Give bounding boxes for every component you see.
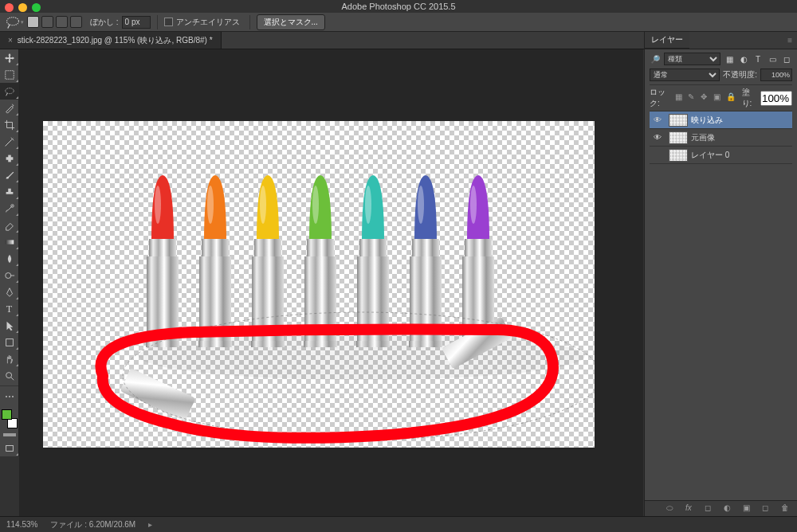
- layer-name[interactable]: 元画像: [691, 132, 792, 143]
- lock-all-icon[interactable]: 🔒: [726, 92, 736, 104]
- layer-filter-kind[interactable]: 種類: [664, 53, 720, 65]
- layer-row[interactable]: 👁 映り込み: [650, 111, 792, 129]
- layer-thumbnail[interactable]: [669, 149, 688, 162]
- stamp-tool[interactable]: [0, 183, 19, 200]
- pen-tool[interactable]: [0, 284, 19, 300]
- svg-point-25: [312, 186, 319, 224]
- lasso-icon: [5, 14, 21, 30]
- filter-adjust-icon[interactable]: ◐: [738, 53, 749, 65]
- canvas-area: [19, 49, 643, 516]
- crop-tool[interactable]: [0, 116, 19, 133]
- filter-shape-icon[interactable]: ▭: [767, 53, 778, 65]
- svg-rect-20: [198, 341, 232, 347]
- select-and-mask-button[interactable]: 選択とマスク...: [257, 14, 325, 30]
- layer-row[interactable]: レイヤー 0: [650, 147, 792, 164]
- svg-point-33: [418, 186, 424, 224]
- close-window[interactable]: [5, 3, 14, 12]
- foreground-color[interactable]: [2, 409, 12, 420]
- path-select-tool[interactable]: [0, 317, 19, 334]
- svg-rect-16: [146, 341, 179, 347]
- panels: レイヤー ≡ 🔎 種類 ▦ ◐ T ▭ ◻ 通常 不透明度: ロック: ▦ ✎ …: [644, 32, 797, 516]
- selection-intersect[interactable]: [70, 16, 82, 28]
- layer-thumbnail[interactable]: [669, 131, 688, 144]
- zoom-readout[interactable]: 114.53%: [6, 520, 37, 529]
- trash-icon[interactable]: 🗑: [781, 503, 792, 514]
- visibility-toggle[interactable]: 👁: [650, 133, 665, 142]
- filter-pixel-icon[interactable]: ▦: [724, 53, 735, 65]
- magic-wand-tool[interactable]: [0, 100, 19, 116]
- lock-pos-icon[interactable]: ✥: [701, 92, 710, 104]
- opacity-input[interactable]: [760, 68, 792, 81]
- svg-rect-22: [254, 239, 281, 258]
- lasso-tool[interactable]: [0, 83, 19, 100]
- brush-tool[interactable]: [0, 166, 19, 183]
- quick-mask-toggle[interactable]: [0, 430, 18, 440]
- layers-panel-body: 🔎 種類 ▦ ◐ T ▭ ◻ 通常 不透明度: ロック: ▦ ✎ ✥ ▣ 🔒 塗…: [645, 49, 797, 167]
- antialias-checkbox[interactable]: [164, 18, 173, 26]
- layer-mask-icon[interactable]: ◻: [705, 503, 716, 514]
- layer-row[interactable]: 👁 元画像: [650, 129, 792, 147]
- svg-point-0: [7, 17, 19, 25]
- eyedropper-tool[interactable]: [0, 133, 19, 150]
- filter-smart-icon[interactable]: ◻: [781, 53, 792, 65]
- dodge-tool[interactable]: [0, 267, 19, 284]
- fullscreen-window[interactable]: [32, 3, 41, 12]
- layer-name[interactable]: レイヤー 0: [691, 150, 792, 161]
- layer-name[interactable]: 映り込み: [691, 115, 792, 126]
- color-swatches[interactable]: [0, 408, 19, 430]
- selection-new[interactable]: [27, 16, 39, 28]
- file-info[interactable]: ファイル : 6.20M/20.6M: [50, 519, 135, 530]
- lock-trans-icon[interactable]: ▦: [675, 92, 685, 104]
- layers-tab[interactable]: レイヤー: [645, 32, 689, 49]
- visibility-toggle[interactable]: 👁: [650, 115, 665, 124]
- svg-rect-6: [6, 240, 14, 244]
- filter-type-icon[interactable]: T: [752, 53, 764, 65]
- svg-point-10: [6, 372, 12, 377]
- feather-label: ぼかし :: [90, 17, 119, 28]
- antialias-label: アンチエイリアス: [176, 17, 240, 28]
- marquee-tool[interactable]: [0, 66, 19, 83]
- edit-toolbar[interactable]: ⋯: [0, 388, 19, 405]
- active-tool-indicator[interactable]: ▾: [5, 15, 24, 29]
- close-tab-icon[interactable]: ×: [8, 36, 13, 45]
- new-layer-icon[interactable]: ◻: [762, 503, 773, 514]
- svg-rect-36: [409, 341, 442, 347]
- panel-menu-icon[interactable]: ≡: [783, 36, 797, 45]
- gradient-tool[interactable]: [0, 233, 19, 250]
- svg-rect-24: [251, 341, 285, 347]
- svg-rect-1: [6, 70, 14, 79]
- selection-subtract[interactable]: [56, 16, 68, 28]
- layer-fx-icon[interactable]: fx: [685, 503, 697, 514]
- selection-add[interactable]: [41, 16, 53, 28]
- document-tab[interactable]: × stick-2828223_1920.jpg @ 115% (映り込み, R…: [0, 32, 222, 49]
- fill-input[interactable]: [760, 91, 792, 106]
- svg-rect-28: [304, 341, 337, 347]
- screen-mode[interactable]: [0, 440, 19, 456]
- blur-tool[interactable]: [0, 250, 19, 267]
- link-layers-icon[interactable]: ⬭: [666, 503, 677, 514]
- svg-rect-38: [465, 239, 492, 258]
- hand-tool[interactable]: [0, 350, 19, 367]
- feather-input[interactable]: [122, 16, 151, 29]
- layer-group-icon[interactable]: ▣: [743, 503, 754, 514]
- filter-icon[interactable]: 🔎: [650, 53, 661, 65]
- svg-point-7: [6, 272, 11, 278]
- type-tool[interactable]: T: [0, 300, 19, 317]
- healing-tool[interactable]: [0, 150, 19, 166]
- layer-thumbnail[interactable]: [669, 114, 688, 127]
- image-content: [43, 121, 595, 448]
- layer-list: 👁 映り込み👁 元画像 レイヤー 0: [650, 111, 792, 164]
- minimize-window[interactable]: [18, 3, 27, 12]
- blend-mode-select[interactable]: 通常: [650, 68, 720, 81]
- eraser-tool[interactable]: [0, 217, 19, 233]
- shape-tool[interactable]: [0, 334, 19, 350]
- history-brush-tool[interactable]: [0, 200, 19, 217]
- adjustment-layer-icon[interactable]: ◐: [724, 503, 735, 514]
- document-canvas[interactable]: [43, 121, 595, 448]
- lock-artboard-icon[interactable]: ▣: [713, 92, 723, 104]
- move-tool[interactable]: [0, 49, 19, 66]
- zoom-tool[interactable]: [0, 367, 19, 384]
- lock-paint-icon[interactable]: ✎: [688, 92, 697, 104]
- svg-rect-18: [202, 239, 229, 258]
- opacity-label: 不透明度:: [723, 69, 757, 80]
